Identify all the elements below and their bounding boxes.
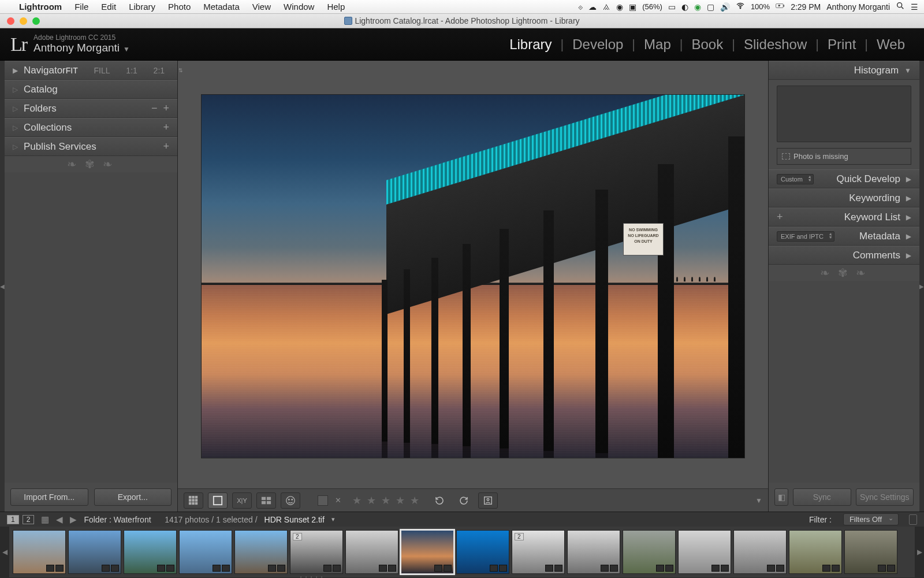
menu-library[interactable]: Library [122, 2, 162, 12]
zoom-2to1[interactable]: 2:1 [154, 66, 165, 75]
battery-icon[interactable] [776, 1, 785, 12]
publish-plus-button[interactable]: + [163, 140, 169, 153]
left-panel-collapse[interactable]: ◀ [0, 61, 5, 512]
grid-view-button[interactable] [184, 492, 203, 509]
menu-photo[interactable]: Photo [162, 2, 197, 12]
quick-develop-header[interactable]: Custom▴▾ Quick Develop ◀ [769, 169, 919, 188]
filter-lock-icon[interactable] [909, 514, 917, 525]
filmstrip-thumb[interactable] [179, 530, 232, 574]
folders-header[interactable]: ▷ Folders −+ [5, 99, 177, 118]
zoom-fit[interactable]: FIT [66, 66, 78, 75]
right-panel-collapse[interactable]: ▶ [919, 61, 924, 512]
flag-pick-indicator[interactable] [318, 495, 328, 506]
zoom-1to1[interactable]: 1:1 [126, 66, 137, 75]
sync-metadata-button[interactable] [478, 492, 498, 509]
filmstrip-thumb[interactable] [678, 530, 731, 574]
filmstrip-thumb[interactable] [456, 530, 509, 574]
keywording-header[interactable]: Keywording ◀ [769, 188, 919, 208]
toolbar-options-icon[interactable]: ▼ [755, 497, 762, 505]
filmstrip-thumb[interactable] [234, 530, 288, 574]
filmstrip-thumb[interactable] [567, 530, 620, 574]
sync-button[interactable]: Sync [793, 488, 851, 506]
navigator-header[interactable]: ▶ Navigator FIT FILL 1:1 2:1 ⇅ [5, 61, 177, 80]
module-book[interactable]: Book [683, 36, 732, 53]
nav-back-icon[interactable]: ◀ [56, 514, 63, 525]
catalog-header[interactable]: ▷ Catalog [5, 80, 177, 99]
flag-reject-indicator[interactable]: ✕ [333, 495, 343, 506]
folder-path-label[interactable]: Folder : Waterfront [84, 515, 151, 524]
filmstrip-thumb[interactable] [345, 530, 398, 574]
onedrive-icon[interactable]: ◉ [616, 2, 623, 12]
grid-shortcut-icon[interactable]: ▦ [41, 514, 49, 525]
menu-help[interactable]: Help [321, 2, 351, 12]
rotate-ccw-button[interactable] [430, 492, 449, 509]
source-dropdown-icon[interactable]: ▾ [331, 516, 335, 523]
user-name-menu[interactable]: Anthony Morganti [826, 2, 890, 12]
dropbox-icon[interactable]: ⟐ [578, 2, 583, 12]
compare-view-button[interactable]: X|Y [232, 492, 252, 509]
filmstrip-thumb[interactable] [124, 530, 177, 574]
filmstrip-thumb[interactable] [789, 530, 842, 574]
rating-stars[interactable]: ★ ★ ★ ★ ★ [352, 494, 420, 507]
eye-icon[interactable]: ◉ [694, 2, 701, 12]
export-button[interactable]: Export... [94, 488, 172, 506]
quick-develop-preset-select[interactable]: Custom▴▾ [777, 174, 814, 184]
people-view-button[interactable] [281, 492, 300, 509]
zoom-window-button[interactable] [32, 17, 40, 25]
import-button[interactable]: Import From... [10, 488, 88, 506]
keyword-add-button[interactable]: + [777, 211, 783, 223]
identity-owner[interactable]: Anthony Morganti [33, 42, 120, 54]
comments-header[interactable]: Comments ◀ [769, 246, 919, 265]
survey-view-button[interactable] [256, 492, 276, 509]
filmstrip-thumb[interactable] [844, 530, 897, 574]
selected-photo-name[interactable]: HDR Sunset 2.tif [264, 515, 325, 524]
coffee-icon[interactable]: ◐ [681, 2, 688, 12]
module-slideshow[interactable]: Slideshow [735, 36, 815, 53]
spotlight-icon[interactable] [896, 1, 905, 12]
folders-plus-button[interactable]: + [163, 102, 169, 114]
display-icon[interactable]: ▭ [668, 2, 676, 12]
zoom-fill[interactable]: FILL [94, 66, 110, 75]
sync-settings-button[interactable]: Sync Settings [856, 488, 914, 506]
filmstrip-thumb[interactable] [623, 530, 676, 574]
filmstrip-thumb[interactable] [13, 530, 66, 574]
collections-plus-button[interactable]: + [163, 121, 169, 134]
histogram-header[interactable]: Histogram ▼ [769, 61, 919, 80]
filmstrip-thumb[interactable] [401, 530, 454, 574]
menu-extras-icon[interactable]: ☰ [911, 2, 918, 12]
menu-edit[interactable]: Edit [95, 2, 122, 12]
folders-minus-button[interactable]: − [151, 102, 158, 114]
screen-2-button[interactable]: 2 [23, 515, 35, 524]
disk-icon[interactable]: ▣ [629, 2, 636, 12]
cloud-icon[interactable]: ☁ [588, 2, 597, 12]
module-map[interactable]: Map [635, 36, 680, 53]
airplay-icon[interactable]: ▢ [707, 2, 714, 12]
filmstrip-scroll-left[interactable]: ◀ [0, 527, 9, 577]
module-print[interactable]: Print [819, 36, 865, 53]
menu-file[interactable]: File [68, 2, 95, 12]
close-window-button[interactable] [7, 17, 14, 25]
loupe-view-button[interactable] [208, 492, 228, 509]
activity-icon[interactable]: ⩓ [602, 2, 610, 12]
loupe-view[interactable]: NO SWIMMINGNO LIFEGUARDON DUTY [178, 61, 768, 488]
filmstrip-scroll-right[interactable]: ▶ [915, 527, 924, 577]
filter-select[interactable]: Filters Off [843, 513, 899, 525]
module-library[interactable]: Library [501, 36, 560, 53]
clock[interactable]: 2:29 PM [791, 2, 821, 12]
metadata-preset-select[interactable]: EXIF and IPTC▴▾ [777, 231, 834, 242]
sync-toggle-button[interactable]: ◧ [774, 488, 788, 506]
menu-metadata[interactable]: Metadata [197, 2, 246, 12]
menu-app[interactable]: Lightroom [13, 2, 68, 12]
collections-header[interactable]: ▷ Collections + [5, 118, 177, 137]
filmstrip-thumb[interactable]: 2 [512, 530, 565, 574]
module-web[interactable]: Web [868, 36, 914, 53]
zoom-stepper-icon[interactable]: ⇅ [178, 68, 183, 73]
menu-window[interactable]: Window [277, 2, 321, 12]
publish-header[interactable]: ▷ Publish Services + [5, 137, 177, 156]
filmstrip-thumb[interactable] [68, 530, 121, 574]
nav-forward-icon[interactable]: ▶ [70, 514, 77, 525]
rotate-cw-button[interactable] [454, 492, 474, 509]
screen-1-button[interactable]: 1 [7, 515, 19, 524]
wifi-icon[interactable] [736, 1, 745, 12]
filmstrip[interactable]: 2★★★★★2 [9, 527, 915, 577]
